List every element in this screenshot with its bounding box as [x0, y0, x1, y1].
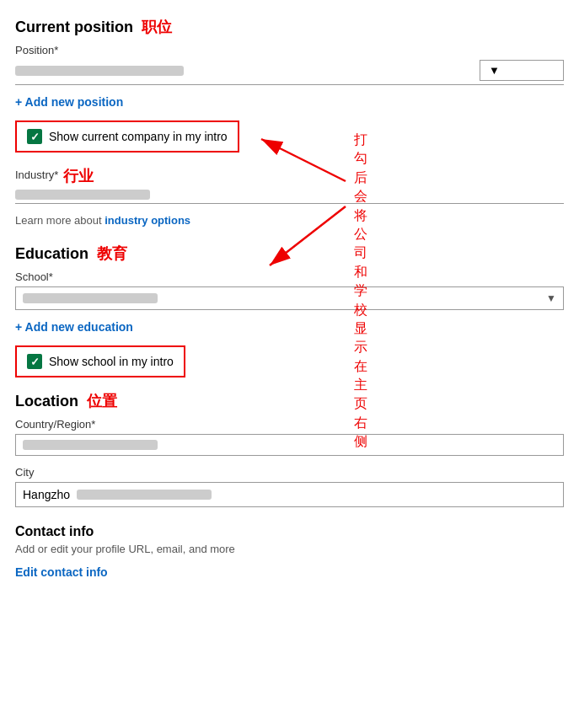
- position-field-label: Position*: [15, 44, 564, 56]
- country-blurred-value: [23, 440, 158, 450]
- city-field-label: City: [15, 466, 564, 479]
- position-dropdown[interactable]: ▼: [480, 60, 564, 81]
- school-field-label: School*: [15, 270, 564, 283]
- show-school-checkbox[interactable]: [27, 354, 42, 369]
- school-dropdown-arrow: ▼: [546, 292, 556, 304]
- contact-info-title: Contact info: [15, 524, 564, 539]
- contact-info-description: Add or edit your profile URL, email, and…: [15, 543, 564, 555]
- education-title-cn: 教育: [97, 244, 127, 264]
- city-input-row[interactable]: Hangzho: [15, 482, 564, 507]
- show-school-label: Show school in my intro: [49, 355, 174, 368]
- industry-input-row: [15, 190, 564, 204]
- location-title: Location: [15, 393, 78, 410]
- country-input-row[interactable]: [15, 434, 564, 456]
- learn-more-text: Learn more about industry options: [15, 214, 564, 227]
- country-field-label: Country/Region*: [15, 418, 564, 431]
- add-new-education-link[interactable]: + Add new education: [15, 320, 133, 334]
- show-company-checkbox-row[interactable]: Show current company in my intro: [15, 120, 239, 153]
- education-title: Education: [15, 245, 88, 263]
- show-company-checkbox[interactable]: [27, 129, 42, 144]
- location-title-cn: 位置: [87, 391, 117, 411]
- city-blurred-extra: [77, 490, 212, 500]
- city-value: Hangzho: [23, 488, 70, 501]
- current-position-title: Current position: [15, 19, 133, 36]
- dropdown-arrow-icon: ▼: [489, 64, 500, 77]
- industry-field-label: Industry*: [15, 169, 58, 181]
- current-position-title-cn: 职位: [142, 17, 172, 37]
- show-school-checkbox-row[interactable]: Show school in my intro: [15, 345, 185, 377]
- school-blurred-value: [23, 293, 158, 303]
- add-new-position-link[interactable]: + Add new position: [15, 95, 123, 109]
- industry-options-link[interactable]: industry options: [105, 214, 190, 227]
- industry-blurred-value: [15, 190, 150, 200]
- edit-contact-info-link[interactable]: Edit contact info: [15, 565, 564, 579]
- position-blurred-value: [15, 66, 184, 76]
- industry-label-cn: 行业: [63, 166, 94, 186]
- school-input-row[interactable]: ▼: [15, 286, 564, 310]
- show-company-label: Show current company in my intro: [49, 130, 228, 143]
- position-input-row: ▼: [15, 60, 564, 85]
